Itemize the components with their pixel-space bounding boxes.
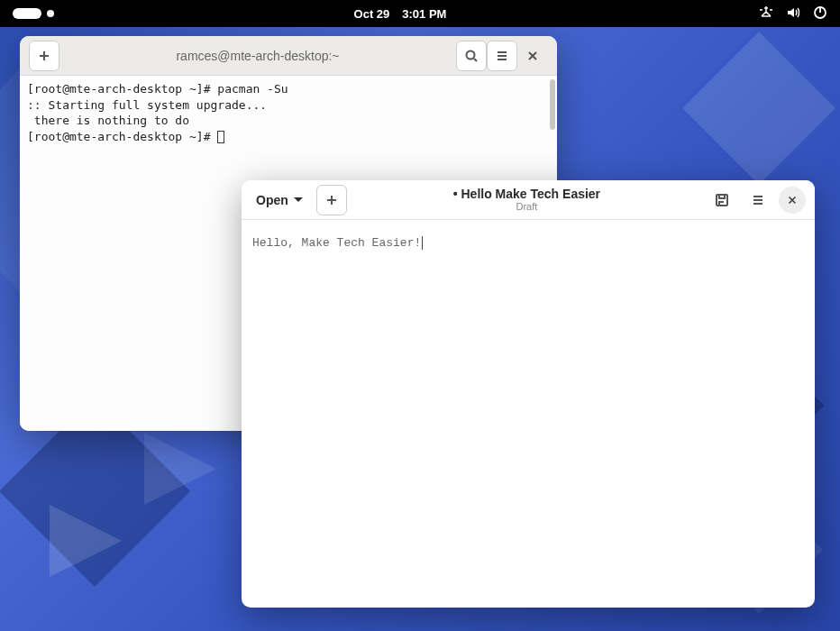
editor-headerbar: Open • Hello Make Tech Easier Draft — [242, 180, 815, 220]
text-editor-window[interactable]: Open • Hello Make Tech Easier Draft Hell… — [242, 180, 815, 608]
network-icon — [759, 5, 773, 23]
editor-document-subtitle: Draft — [354, 201, 699, 212]
terminal-line: :: Starting full system upgrade... — [27, 98, 267, 112]
save-button[interactable] — [707, 185, 737, 215]
editor-document-title: • Hello Make Tech Easier — [354, 187, 699, 201]
system-tray[interactable] — [759, 5, 827, 23]
power-icon — [813, 5, 827, 23]
activities-button[interactable] — [13, 8, 41, 19]
search-button[interactable] — [456, 41, 487, 71]
panel-time: 3:01 PM — [402, 7, 446, 21]
terminal-headerbar: ramces@mte-arch-desktop:~ — [20, 36, 557, 76]
terminal-line: there is nothing to do — [27, 114, 189, 127]
editor-content: Hello, Make Tech Easier! — [252, 236, 421, 250]
terminal-line: [root@mte-arch-desktop ~]# — [27, 130, 217, 143]
hamburger-menu-button[interactable] — [487, 41, 517, 71]
terminal-scrollbar[interactable] — [550, 79, 555, 130]
new-tab-button[interactable] — [29, 41, 59, 71]
top-panel: Oct 29 3:01 PM — [0, 0, 840, 27]
open-button-label: Open — [256, 193, 288, 207]
terminal-line: [root@mte-arch-desktop ~]# pacman -Su — [27, 82, 288, 96]
open-button[interactable]: Open — [251, 185, 309, 215]
svg-rect-2 — [717, 195, 727, 206]
clock-area[interactable]: Oct 29 3:01 PM — [354, 7, 447, 21]
editor-cursor — [422, 236, 423, 250]
close-button[interactable] — [779, 187, 806, 214]
hamburger-menu-button[interactable] — [743, 185, 773, 215]
panel-date: Oct 29 — [354, 7, 390, 21]
new-document-button[interactable] — [316, 185, 347, 215]
close-button[interactable] — [517, 41, 548, 71]
terminal-cursor — [217, 131, 224, 143]
editor-text-area[interactable]: Hello, Make Tech Easier! — [242, 220, 815, 266]
chevron-down-icon — [293, 195, 304, 206]
svg-point-1 — [467, 50, 475, 59]
volume-icon — [786, 5, 800, 23]
terminal-title: ramces@mte-arch-desktop:~ — [59, 49, 456, 63]
